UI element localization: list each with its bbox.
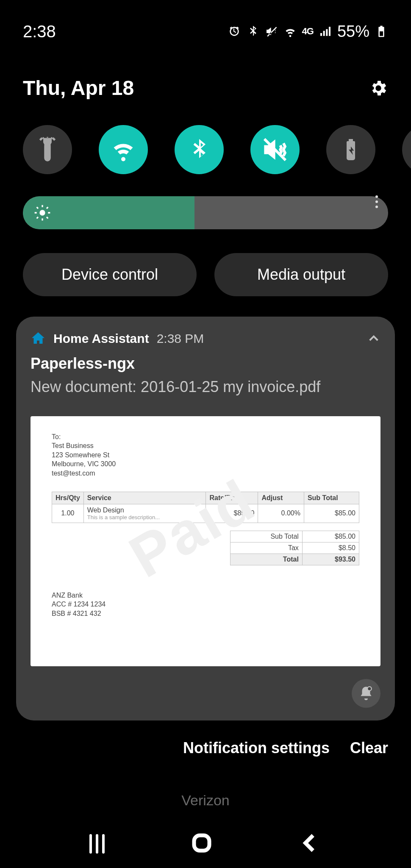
- notification-card[interactable]: Home Assistant 2:38 PM Paperless-ngx New…: [16, 317, 395, 721]
- network-type-icon: 4G: [302, 28, 314, 34]
- toggle-power-saving[interactable]: [326, 125, 375, 174]
- notification-header: Home Assistant 2:38 PM: [31, 331, 380, 346]
- svg-rect-3: [44, 140, 51, 144]
- battery-icon: [375, 25, 388, 38]
- nav-home-button[interactable]: [190, 832, 213, 856]
- nav-bar: [0, 832, 411, 856]
- svg-point-2: [51, 137, 53, 139]
- toggle-flashlight[interactable]: [23, 125, 72, 174]
- status-icons: 4G 55%: [228, 22, 388, 41]
- invoice-line-table: Hrs/Qty Service Rate/Price Adjust Sub To…: [52, 492, 359, 523]
- notification-title: Paperless-ngx: [31, 355, 380, 373]
- media-output-button[interactable]: Media output: [214, 253, 388, 296]
- battery-percent: 55%: [337, 22, 369, 41]
- sun-icon: [34, 204, 51, 221]
- carrier-label: Verizon: [0, 792, 411, 809]
- svg-rect-16: [194, 835, 209, 851]
- nav-back-button[interactable]: [299, 832, 322, 856]
- date-row: Thu, Apr 18: [0, 55, 411, 100]
- notification-app: Home Assistant: [53, 331, 149, 346]
- paid-watermark: Paid: [118, 466, 267, 591]
- svg-line-12: [47, 217, 48, 218]
- invoice-summary-table: Sub Total$85.00 Tax$8.50 Total$93.50: [230, 531, 359, 565]
- notification-footer-actions: Notification settings Clear: [0, 721, 411, 757]
- notification-body: New document: 2016-01-25 my invoice.pdf: [31, 377, 380, 398]
- bluetooth-icon: [246, 25, 260, 38]
- brightness-more-button[interactable]: [375, 195, 378, 208]
- collapse-chevron-icon[interactable]: [367, 332, 380, 345]
- invoice-bank-block: ANZ Bank ACC # 1234 1234 BSB # 4321 432: [52, 591, 359, 618]
- notification-time: 2:38 PM: [157, 331, 204, 346]
- svg-line-14: [47, 207, 48, 209]
- settings-button[interactable]: [369, 78, 388, 98]
- mute-vibrate-icon: [265, 25, 278, 38]
- toggle-mute[interactable]: [250, 125, 300, 174]
- status-bar: 2:38 4G 55%: [0, 0, 411, 55]
- svg-point-6: [39, 210, 45, 215]
- alarm-icon: [228, 25, 241, 38]
- signal-icon: [319, 25, 332, 38]
- svg-point-15: [367, 687, 372, 691]
- pill-row: Device control Media output: [0, 229, 411, 296]
- brightness-slider[interactable]: [0, 174, 411, 229]
- clear-notifications-button[interactable]: Clear: [350, 739, 388, 757]
- nav-recents-button[interactable]: [89, 834, 105, 854]
- toggle-bluetooth[interactable]: [175, 125, 224, 174]
- wifi-icon: [283, 25, 297, 38]
- quick-toggle-row: [0, 100, 411, 174]
- invoice-to-block: To: Test Business 123 Somewhere St Melbo…: [52, 432, 359, 478]
- date-text: Thu, Apr 18: [23, 76, 134, 100]
- notification-image-preview: Paid To: Test Business 123 Somewhere St …: [31, 416, 380, 666]
- svg-line-11: [37, 207, 38, 209]
- status-clock: 2:38: [23, 22, 56, 41]
- notification-settings-button[interactable]: Notification settings: [183, 739, 330, 757]
- svg-point-1: [47, 137, 48, 138]
- toggle-rotation-lock[interactable]: [402, 125, 411, 174]
- svg-line-13: [37, 217, 38, 218]
- notification-silence-button[interactable]: [352, 679, 380, 708]
- device-control-button[interactable]: Device control: [23, 253, 197, 296]
- svg-point-0: [42, 137, 44, 139]
- home-assistant-icon: [31, 331, 46, 346]
- toggle-wifi[interactable]: [99, 125, 148, 174]
